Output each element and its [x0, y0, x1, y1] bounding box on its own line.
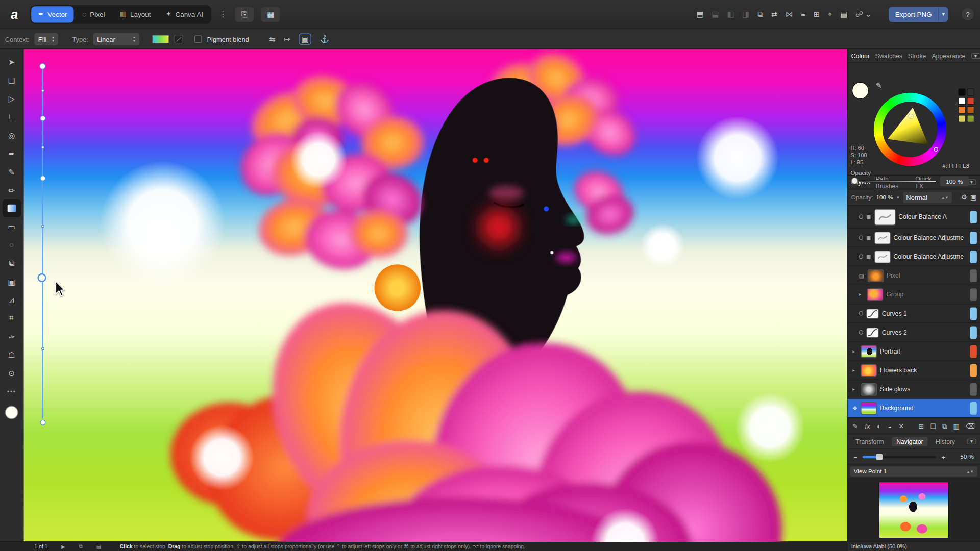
expand-chevron-icon[interactable]: ▸	[852, 367, 857, 373]
zoom-in-icon[interactable]: +	[942, 453, 946, 461]
pigment-blend-checkbox[interactable]	[194, 35, 202, 43]
recent-colour-swatch[interactable]	[967, 106, 974, 114]
layer-thumbnail[interactable]	[861, 383, 877, 395]
current-fill-colour-well[interactable]	[5, 406, 18, 419]
navigator-preview[interactable]	[879, 482, 949, 538]
studio-presets-button[interactable]: ▦	[261, 7, 280, 22]
layer-visibility-tag[interactable]	[970, 231, 976, 244]
recent-colour-swatch[interactable]	[967, 115, 974, 122]
layer-thumbnail[interactable]	[874, 251, 891, 263]
layer-row-flowers-back[interactable]: ▸ Flowers back	[847, 361, 980, 380]
flip-horizontal-icon[interactable]: ⋈	[786, 10, 793, 18]
gradient-midpoint[interactable]	[41, 89, 44, 92]
document-canvas[interactable]	[24, 49, 847, 541]
tab-history[interactable]: History	[932, 437, 960, 446]
layer-thumbnail[interactable]	[861, 345, 877, 358]
node-tool[interactable]: ▷	[2, 90, 21, 108]
recent-colour-swatch[interactable]	[967, 88, 974, 96]
layer-row-colour-balance-a[interactable]: ≣ Colour Balance A	[847, 206, 980, 229]
page-indicator[interactable]: 1 of 1	[34, 543, 47, 549]
layer-row-colour-balance-2[interactable]: ≣ Colour Balance Adjustme	[847, 247, 980, 266]
tab-appearance[interactable]: Appearance	[932, 53, 965, 60]
gradient-stop[interactable]	[40, 176, 45, 181]
opacity-chevron-icon[interactable]: ▼	[896, 195, 900, 199]
hue-selector[interactable]	[934, 147, 938, 152]
boolean-add-icon[interactable]: ⬒	[697, 10, 704, 18]
delete-layer-icon[interactable]: ⌫	[966, 422, 975, 430]
layer-row-curves-1[interactable]: Curves 1	[847, 304, 980, 323]
recent-colour-swatch[interactable]	[958, 106, 966, 114]
artboard-tool[interactable]: ❏	[2, 71, 21, 89]
layer-row-curves-2[interactable]: Curves 2	[847, 323, 980, 342]
secondary-swatch[interactable]	[175, 34, 183, 43]
view-point-dropdown[interactable]: View Point 1 ▲▼	[850, 466, 977, 477]
boolean-intersect-icon[interactable]: ◧	[727, 10, 734, 18]
blend-mode-dropdown[interactable]: Normal ▲▼	[903, 191, 952, 203]
recent-colour-swatch[interactable]	[958, 88, 966, 96]
boolean-xor-icon[interactable]: ◨	[742, 10, 749, 18]
visibility-dot-icon[interactable]	[859, 330, 863, 335]
tab-navigator[interactable]: Navigator	[892, 437, 928, 446]
tab-colour[interactable]: Colour	[851, 53, 870, 60]
help-button[interactable]: ?	[962, 8, 973, 20]
rectangle-tool[interactable]: ▭	[2, 218, 21, 236]
layer-visibility-tag[interactable]	[970, 288, 976, 301]
zoom-slider-knob[interactable]	[876, 454, 883, 460]
persona-vector[interactable]: ✒ Vector	[31, 6, 74, 22]
reverse-gradient-icon[interactable]: ⇆	[269, 34, 275, 43]
shade-selector[interactable]	[909, 114, 913, 119]
gradient-midpoint[interactable]	[41, 347, 44, 350]
zoom-slider-track[interactable]	[863, 456, 936, 458]
layer-visibility-tag[interactable]	[970, 383, 976, 395]
layer-thumbnail[interactable]	[867, 288, 883, 301]
export-png-button[interactable]: Export PNG ▼	[889, 7, 948, 22]
layer-row-portrait[interactable]: ▸ Portrait	[847, 342, 980, 361]
pencil-tool[interactable]: ✎	[2, 163, 21, 181]
blend-ranges-icon[interactable]: ▣	[970, 194, 976, 201]
zoom-tool[interactable]: ⊙	[2, 364, 21, 382]
layer-row-pixel[interactable]: ▨ Pixel	[847, 266, 980, 285]
panel-options-chevron-icon[interactable]: ▼	[971, 53, 980, 59]
visibility-dot-icon[interactable]	[859, 215, 863, 219]
fill-context-dropdown[interactable]: Fill ▲▼	[34, 33, 58, 45]
expand-chevron-icon[interactable]: ▸	[852, 386, 857, 392]
layer-visibility-tag[interactable]	[970, 345, 976, 358]
gradient-preview-swatch[interactable]	[152, 34, 169, 43]
persona-pixel[interactable]: ◌ Pixel	[75, 6, 111, 22]
assistant-icon[interactable]: ☍ ⌄	[855, 10, 871, 18]
gear-icon[interactable]: ⚙	[961, 193, 967, 202]
hex-value[interactable]: #: FFFFE8	[943, 163, 970, 169]
panel-options-chevron-icon[interactable]: ▼	[967, 439, 976, 444]
persona-canva-ai[interactable]: ✦ Canva AI	[159, 6, 210, 22]
tab-swatches[interactable]: Swatches	[875, 53, 902, 60]
recent-colour-swatch[interactable]	[967, 97, 974, 105]
visibility-dot-icon[interactable]	[859, 255, 863, 259]
pages-view-icon[interactable]: ⧉	[79, 543, 83, 549]
gradient-stop[interactable]	[40, 420, 45, 425]
vector-brush-tool[interactable]: ✏	[2, 181, 21, 199]
edit-mask-icon[interactable]: ✎	[852, 422, 858, 430]
hidden-layer-icon[interactable]: ▨	[859, 272, 864, 279]
play-pages-icon[interactable]: ▶	[61, 544, 65, 549]
layer-thumbnail[interactable]	[874, 209, 896, 225]
more-tools-button[interactable]: •••	[2, 383, 21, 400]
recent-colour-swatch[interactable]	[958, 97, 966, 105]
colour-picker-tool[interactable]: ✑	[2, 328, 21, 345]
visibility-dot-icon[interactable]	[859, 311, 863, 316]
gradient-midpoint[interactable]	[41, 224, 44, 228]
transform-origin-icon[interactable]: ⌖	[828, 10, 832, 18]
snapping-icon[interactable]: ⊞	[814, 10, 820, 18]
move-tool[interactable]: ➤	[2, 53, 21, 71]
layer-opacity-value[interactable]: 100 %	[876, 194, 893, 201]
gradient-type-dropdown[interactable]: Linear ▲▼	[93, 33, 140, 45]
boolean-subtract-icon[interactable]: ⬓	[712, 10, 719, 18]
fill-gradient-tool[interactable]	[2, 199, 21, 217]
adjustment-icon[interactable]: ◒	[888, 422, 892, 430]
point-transform-tool[interactable]: ◎	[2, 126, 21, 144]
layer-thumbnail[interactable]	[874, 231, 891, 244]
eyedropper-icon[interactable]: ✐	[874, 82, 883, 88]
anchor-icon[interactable]: ⚓	[320, 34, 329, 43]
order-icon[interactable]: ▤	[840, 10, 847, 18]
layer-row-group[interactable]: ▸ Group	[847, 285, 980, 304]
marquee-tool[interactable]: ◌	[2, 236, 21, 254]
